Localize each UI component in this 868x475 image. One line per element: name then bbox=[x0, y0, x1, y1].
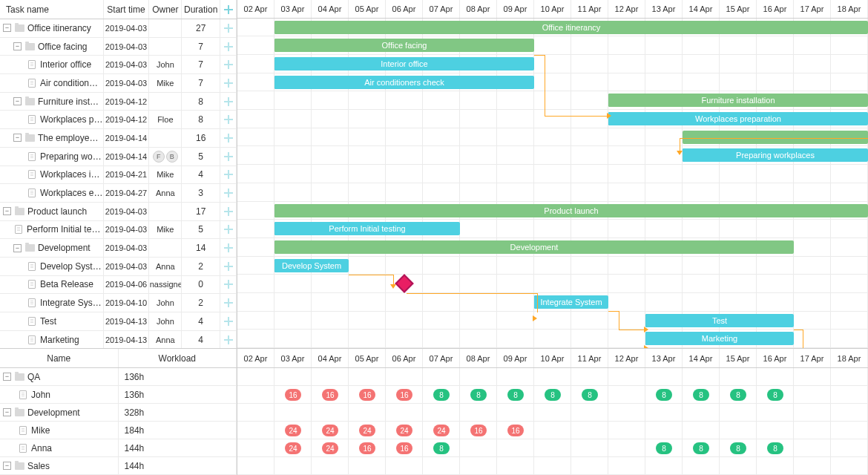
wl-col-workload[interactable]: Workload bbox=[119, 349, 237, 367]
add-task-button[interactable] bbox=[220, 203, 237, 220]
group-bar[interactable]: Product launch bbox=[274, 204, 868, 217]
task-row[interactable]: Workplaces preparation2019-04-12Floe8 bbox=[0, 111, 237, 129]
add-task-button[interactable] bbox=[220, 129, 237, 147]
workload-chip[interactable]: 16 bbox=[396, 389, 412, 401]
task-bar[interactable]: Workplaces preparation bbox=[608, 112, 868, 125]
workload-chip[interactable]: 24 bbox=[322, 442, 338, 454]
workload-chip[interactable]: 8 bbox=[433, 442, 450, 454]
add-task-button[interactable] bbox=[220, 331, 237, 348]
workload-chip[interactable]: 8 bbox=[470, 389, 487, 401]
workload-row[interactable]: −Sales144h bbox=[0, 457, 237, 475]
group-bar[interactable] bbox=[683, 131, 868, 144]
task-bar[interactable]: Integrate System bbox=[534, 295, 608, 309]
wl-col-name[interactable]: Name bbox=[0, 349, 119, 367]
workload-chip[interactable]: 8 bbox=[582, 389, 598, 401]
task-bar[interactable]: Preparing workplaces bbox=[683, 148, 868, 162]
add-task-button[interactable] bbox=[220, 111, 237, 128]
group-bar[interactable]: Development bbox=[274, 240, 794, 254]
workload-chip[interactable]: 16 bbox=[507, 425, 524, 436]
workload-row[interactable]: −Development328h bbox=[0, 404, 237, 422]
workload-chip[interactable]: 24 bbox=[433, 425, 450, 436]
expander-icon[interactable]: − bbox=[13, 244, 22, 252]
task-row[interactable]: −Office facing2019-04-037 bbox=[0, 38, 237, 56]
task-bar[interactable]: Air conditioners check bbox=[274, 76, 534, 89]
workload-chip[interactable]: 8 bbox=[545, 389, 561, 401]
task-row[interactable]: −The employee relocation2019-04-1416 bbox=[0, 129, 237, 148]
milestone[interactable] bbox=[395, 275, 413, 293]
workload-chip[interactable]: 24 bbox=[359, 425, 375, 436]
workload-chip[interactable]: 16 bbox=[359, 442, 375, 454]
col-add[interactable] bbox=[220, 0, 237, 19]
add-task-button[interactable] bbox=[220, 148, 237, 166]
workload-chip[interactable]: 16 bbox=[285, 389, 301, 401]
workload-chip[interactable]: 8 bbox=[656, 389, 672, 401]
expander-icon[interactable]: − bbox=[3, 207, 11, 215]
group-bar[interactable]: Furniture installation bbox=[608, 94, 868, 107]
workload-chip[interactable]: 8 bbox=[730, 389, 746, 401]
add-task-button[interactable] bbox=[220, 184, 237, 202]
task-row[interactable]: −Product launch2019-04-0317 bbox=[0, 203, 237, 221]
task-row[interactable]: Beta Release2019-04-06Unassigned0 bbox=[0, 276, 237, 295]
workload-chip[interactable]: 8 bbox=[730, 442, 746, 454]
group-bar[interactable]: Office facing bbox=[274, 39, 534, 52]
add-task-button[interactable] bbox=[220, 74, 237, 92]
workload-row[interactable]: −QA136h bbox=[0, 368, 237, 386]
workload-row[interactable]: Mike184h bbox=[0, 422, 237, 439]
workload-chip[interactable]: 16 bbox=[359, 389, 375, 401]
workload-chip[interactable]: 16 bbox=[396, 442, 412, 454]
add-task-button[interactable] bbox=[220, 56, 237, 73]
add-task-button[interactable] bbox=[220, 166, 237, 184]
add-task-button[interactable] bbox=[220, 258, 237, 275]
add-task-button[interactable] bbox=[220, 239, 237, 257]
workload-chip[interactable]: 8 bbox=[656, 442, 672, 454]
task-row[interactable]: Workplaces exportation2019-04-27Anna3 bbox=[0, 184, 237, 203]
task-row[interactable]: Workplaces importation2019-04-21Mike4 bbox=[0, 166, 237, 185]
task-row[interactable]: Preparing workplaces2019-04-14FB5 bbox=[0, 148, 237, 166]
workload-chip[interactable]: 24 bbox=[285, 425, 301, 436]
add-task-button[interactable] bbox=[220, 276, 237, 294]
task-row[interactable]: −Furniture installation2019-04-128 bbox=[0, 93, 237, 111]
col-start-time[interactable]: Start time bbox=[104, 0, 150, 19]
task-bar[interactable]: Test bbox=[645, 314, 794, 327]
add-task-button[interactable] bbox=[220, 93, 237, 111]
workload-chip[interactable]: 8 bbox=[693, 442, 709, 454]
task-bar[interactable]: Marketing bbox=[645, 332, 794, 345]
task-row[interactable]: Marketing2019-04-13Anna4 bbox=[0, 331, 237, 348]
task-bar[interactable]: Interior office bbox=[274, 57, 534, 71]
expander-icon[interactable]: − bbox=[13, 97, 22, 105]
add-task-button[interactable] bbox=[220, 19, 237, 37]
task-row[interactable]: −Office itinerancy2019-04-0327 bbox=[0, 19, 237, 38]
task-row[interactable]: Test2019-04-13John4 bbox=[0, 312, 237, 331]
expander-icon[interactable]: − bbox=[3, 373, 11, 381]
workload-chip[interactable]: 24 bbox=[322, 425, 338, 436]
workload-row[interactable]: Anna144h bbox=[0, 439, 237, 457]
workload-chip[interactable]: 8 bbox=[507, 389, 524, 401]
workload-row[interactable]: John136h bbox=[0, 386, 237, 404]
expander-icon[interactable]: − bbox=[13, 134, 22, 142]
add-task-button[interactable] bbox=[220, 38, 237, 56]
workload-chip[interactable]: 24 bbox=[285, 442, 301, 454]
col-owner[interactable]: Owner bbox=[149, 0, 182, 19]
expander-icon[interactable]: − bbox=[3, 408, 11, 416]
expander-icon[interactable]: − bbox=[13, 42, 22, 50]
col-duration[interactable]: Duration bbox=[182, 0, 220, 19]
add-task-button[interactable] bbox=[220, 221, 237, 239]
workload-chip[interactable]: 8 bbox=[693, 389, 709, 401]
task-row[interactable]: Integrate System2019-04-10John2 bbox=[0, 294, 237, 312]
add-task-button[interactable] bbox=[220, 312, 237, 330]
add-task-button[interactable] bbox=[220, 294, 237, 312]
workload-chip[interactable]: 16 bbox=[322, 389, 338, 401]
col-task-name[interactable]: Task name bbox=[0, 0, 104, 19]
task-bar[interactable]: Perform Initial testing bbox=[274, 222, 460, 235]
gantt-bars-area[interactable]: Office itinerancyOffice facingInterior o… bbox=[237, 19, 868, 348]
task-bar[interactable]: Develop System bbox=[274, 259, 349, 272]
workload-chip[interactable]: 16 bbox=[470, 425, 487, 436]
workload-chip[interactable]: 8 bbox=[767, 389, 783, 401]
task-row[interactable]: Air conditioners check2019-04-03Mike7 bbox=[0, 74, 237, 93]
group-bar[interactable]: Office itinerancy bbox=[274, 21, 868, 34]
task-row[interactable]: Develop System2019-04-03Anna2 bbox=[0, 258, 237, 276]
workload-chip[interactable]: 24 bbox=[396, 425, 412, 436]
task-row[interactable]: −Development2019-04-0314 bbox=[0, 239, 237, 258]
workload-chip[interactable]: 8 bbox=[767, 442, 783, 454]
task-row[interactable]: Interior office2019-04-03John7 bbox=[0, 56, 237, 74]
